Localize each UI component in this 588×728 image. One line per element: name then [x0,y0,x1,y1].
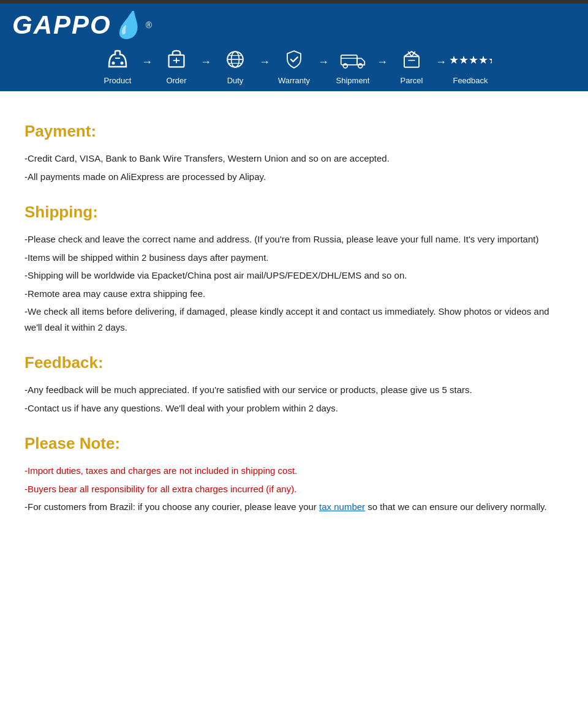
note-section: Please Note: -Import duties, taxes and c… [24,434,564,515]
note-body: -Import duties, taxes and charges are no… [24,463,564,515]
logo-g: G [12,10,34,39]
svg-rect-15 [404,56,419,67]
feedback-section: Feedback: -Any feedback will be much app… [24,353,564,416]
duty-icon [224,50,246,73]
arrow-4: → [318,56,329,80]
shipment-icon [340,50,366,73]
payment-line-1: -Credit Card, VISA, Bank to Bank Wire Tr… [24,151,564,167]
step-duty: Duty [214,50,257,85]
note-brazil-after: so that we can ensure our delivery norma… [365,501,547,512]
step-order-label: Order [166,76,186,85]
shipping-body: -Please check and leave the correct name… [24,231,564,335]
note-line-red-2: -Buyers bear all responsibility for all … [24,481,564,497]
svg-rect-11 [341,55,357,65]
shipping-section: Shipping: -Please check and leave the co… [24,203,564,335]
arrow-2: → [200,56,211,80]
feedback-title: Feedback: [24,353,564,372]
svg-text:★★★★★: ★★★★★ [449,54,492,66]
note-brazil-before: -For customers from Brazil: if you choos… [24,501,319,512]
main-content: Payment: -Credit Card, VISA, Bank to Ban… [0,91,588,530]
feedback-line-1: -Any feedback will be much appreciated. … [24,382,564,398]
step-shipment: Shipment [331,50,374,85]
payment-section: Payment: -Credit Card, VISA, Bank to Ban… [24,122,564,184]
payment-body: -Credit Card, VISA, Bank to Bank Wire Tr… [24,151,564,184]
feedback-icon: ★★★★★ [449,50,492,73]
feedback-body: -Any feedback will be much appreciated. … [24,382,564,416]
step-feedback: ★★★★★ Feedback [449,50,492,85]
note-line-red-1: -Import duties, taxes and charges are no… [24,463,564,479]
shipping-line-4: -Remote area may cause extra shipping fe… [24,286,564,302]
logo-o: O [90,10,111,39]
product-icon [107,50,129,73]
step-duty-label: Duty [227,76,244,85]
note-line-brazil: -For customers from Brazil: if you choos… [24,499,564,515]
warranty-icon [283,50,305,73]
svg-point-2 [121,62,124,65]
step-parcel-label: Parcel [401,76,423,85]
note-title: Please Note: [24,434,564,453]
parcel-icon [401,50,423,73]
logo-text: GAPPO💧 [12,10,145,40]
arrow-3: → [259,56,270,80]
payment-title: Payment: [24,122,564,141]
svg-point-1 [112,62,115,65]
note-brazil-link[interactable]: tax number [319,501,365,512]
logo-a1: A [34,10,53,39]
logo-registered: ® [146,20,152,30]
arrow-6: → [435,56,447,80]
payment-line-2: -All payments made on AliExpress are pro… [24,169,564,185]
shipping-line-2: -Items will be shipped within 2 business… [24,250,564,266]
step-warranty: Warranty [273,50,315,85]
step-parcel: Parcel [390,50,433,85]
steps-bar: Product → Order → [12,45,576,91]
shipping-line-5: -We check all items before delivering, i… [24,304,564,335]
header: GAPPO💧 ® Product → [0,4,588,91]
step-shipment-label: Shipment [336,76,370,85]
step-product: Product [96,50,139,85]
logo-area: GAPPO💧 ® [12,10,152,40]
logo-p1: PP [53,10,90,39]
arrow-1: → [141,56,153,80]
order-icon [165,50,187,73]
step-product-label: Product [104,76,132,85]
feedback-line-2: -Contact us if have any questions. We'll… [24,400,564,416]
shipping-line-1: -Please check and leave the correct name… [24,231,564,247]
logo-drop: 💧 [111,10,145,39]
step-feedback-label: Feedback [453,76,488,85]
shipping-line-3: -Shipping will be worldwide via Epacket/… [24,268,564,283]
step-order: Order [155,50,198,85]
arrow-5: → [377,56,388,80]
shipping-title: Shipping: [24,203,564,222]
step-warranty-label: Warranty [278,76,310,85]
